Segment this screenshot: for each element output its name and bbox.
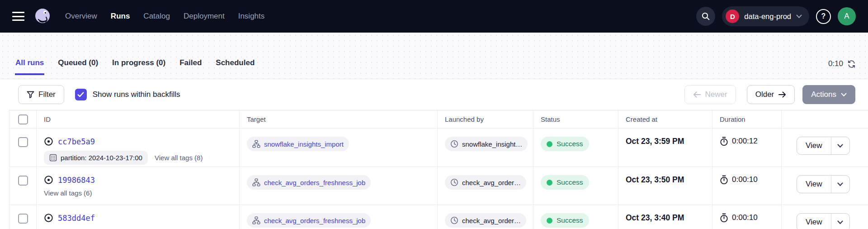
backfills-label: Show runs within backfills	[93, 90, 180, 99]
created-at-value: Oct 23, 3:59 PM	[626, 137, 684, 146]
older-button[interactable]: Older	[747, 85, 795, 104]
clock-icon	[450, 178, 458, 186]
hamburger-menu-icon[interactable]	[12, 12, 24, 21]
run-id-link[interactable]: cc7be5a9	[58, 137, 95, 146]
column-header-created-at: Created at	[618, 110, 712, 128]
nav-item-deployment[interactable]: Deployment	[184, 12, 225, 21]
status-label: Success	[557, 216, 583, 224]
actions-button-label: Actions	[811, 90, 836, 99]
partition-grid-icon	[49, 154, 57, 162]
nav-right-cluster: D data-eng-prod ? A	[696, 6, 856, 26]
partition-tag-label: partition: 2024-10-23-17:00	[61, 154, 142, 162]
view-button[interactable]: View	[797, 176, 831, 193]
target-job-label: snowflake_insights_import	[264, 140, 344, 148]
status-badge: Success	[541, 137, 589, 151]
launched-by-pill[interactable]: check_avg_order…	[445, 213, 526, 228]
nav-item-insights[interactable]: Insights	[238, 12, 265, 21]
table-header-row: ID Target Launched by Status Created at …	[9, 110, 868, 129]
row-checkbox[interactable]	[18, 137, 28, 147]
column-header-status: Status	[533, 110, 618, 128]
column-header-launched-by: Launched by	[438, 110, 533, 128]
app-root: Overview Runs Catalog Deployment Insight…	[0, 0, 868, 229]
filter-button-label: Filter	[38, 90, 56, 99]
run-id-icon	[44, 175, 53, 185]
toolbar-right-cluster: Newer Older Actions	[684, 85, 855, 104]
tab-in-progress[interactable]: In progress (0)	[112, 58, 166, 75]
clock-icon	[450, 216, 458, 224]
refresh-button[interactable]	[847, 60, 856, 68]
runs-table: ID Target Launched by Status Created at …	[9, 110, 868, 229]
filter-icon	[27, 91, 34, 99]
backfills-checkbox[interactable]	[75, 89, 87, 100]
view-dropdown-button[interactable]	[831, 137, 849, 154]
tab-failed[interactable]: Failed	[179, 58, 202, 75]
view-dropdown-button[interactable]	[831, 214, 849, 229]
nav-item-runs[interactable]: Runs	[111, 12, 130, 21]
runs-tabs: All runs Queued (0) In progress (0) Fail…	[15, 58, 255, 75]
newer-button[interactable]: Newer	[684, 85, 736, 104]
tab-all-runs[interactable]: All runs	[15, 58, 44, 75]
help-icon: ?	[821, 12, 826, 20]
row-checkbox[interactable]	[18, 176, 28, 186]
duration-value: 0:00:12	[732, 137, 758, 146]
nav-item-catalog[interactable]: Catalog	[143, 12, 170, 21]
actions-button[interactable]: Actions	[802, 85, 855, 104]
created-at-value: Oct 23, 3:40 PM	[626, 213, 684, 223]
primary-nav: Overview Runs Catalog Deployment Insight…	[65, 12, 264, 21]
search-button[interactable]	[696, 7, 715, 26]
deployment-switcher[interactable]: D data-eng-prod	[722, 6, 809, 26]
column-header-actions	[782, 110, 868, 128]
table-row: cc7be5a9 partition: 2024-10-23-17:00	[9, 129, 868, 167]
run-id-icon	[44, 213, 53, 223]
view-dropdown-button[interactable]	[831, 176, 849, 193]
backfills-toggle[interactable]: Show runs within backfills	[75, 89, 180, 100]
view-all-tags-link[interactable]: View all tags (8)	[155, 154, 203, 162]
view-button[interactable]: View	[797, 137, 831, 154]
chevron-down-icon	[837, 220, 843, 224]
view-button-group: View	[797, 175, 850, 193]
view-button[interactable]: View	[797, 214, 831, 229]
row-checkbox[interactable]	[18, 214, 28, 224]
chevron-down-icon	[837, 182, 843, 186]
target-job-pill[interactable]: check_avg_orders_freshness_job	[247, 213, 371, 228]
column-header-target: Target	[240, 110, 438, 128]
launched-by-label: check_avg_order…	[462, 217, 521, 224]
status-label: Success	[557, 140, 583, 148]
chevron-down-icon	[837, 144, 843, 148]
status-label: Success	[557, 178, 583, 186]
view-button-group: View	[797, 137, 850, 155]
partition-tag[interactable]: partition: 2024-10-23-17:00	[44, 151, 148, 165]
top-nav: Overview Runs Catalog Deployment Insight…	[0, 0, 868, 33]
status-badge: Success	[541, 175, 589, 190]
select-all-checkbox[interactable]	[18, 114, 28, 124]
search-icon	[701, 12, 710, 21]
column-header-id: ID	[37, 110, 240, 128]
job-graph-icon	[252, 178, 260, 186]
run-id-link[interactable]: 583dd4ef	[58, 214, 95, 223]
tab-scheduled[interactable]: Scheduled	[215, 58, 255, 75]
duration-value: 0:00:10	[732, 213, 758, 222]
target-job-pill[interactable]: snowflake_insights_import	[247, 137, 349, 151]
filter-button[interactable]: Filter	[18, 85, 64, 104]
run-id-link[interactable]: 19986843	[58, 176, 95, 185]
view-all-tags-link[interactable]: View all tags (6)	[44, 189, 92, 197]
launched-by-pill[interactable]: check_avg_order…	[445, 175, 526, 190]
runs-tabs-strip: All runs Queued (0) In progress (0) Fail…	[0, 33, 868, 79]
nav-item-overview[interactable]: Overview	[65, 12, 97, 21]
target-job-pill[interactable]: check_avg_orders_freshness_job	[247, 175, 371, 190]
target-job-label: check_avg_orders_freshness_job	[264, 179, 365, 186]
refresh-cluster: 0:10	[828, 59, 856, 68]
help-button[interactable]: ?	[816, 9, 831, 24]
target-job-label: check_avg_orders_freshness_job	[264, 217, 365, 224]
dagster-logo[interactable]	[34, 8, 51, 25]
launched-by-label: snowflake_insight…	[462, 140, 522, 148]
refresh-countdown: 0:10	[828, 59, 843, 68]
status-dot	[547, 180, 552, 186]
tab-queued[interactable]: Queued (0)	[57, 58, 99, 75]
chevron-down-icon	[841, 93, 847, 97]
launched-by-pill[interactable]: snowflake_insight…	[445, 137, 528, 151]
user-avatar[interactable]: A	[838, 7, 856, 25]
refresh-icon	[847, 60, 856, 68]
launched-by-label: check_avg_order…	[462, 179, 521, 186]
deployment-badge: D	[726, 10, 739, 23]
